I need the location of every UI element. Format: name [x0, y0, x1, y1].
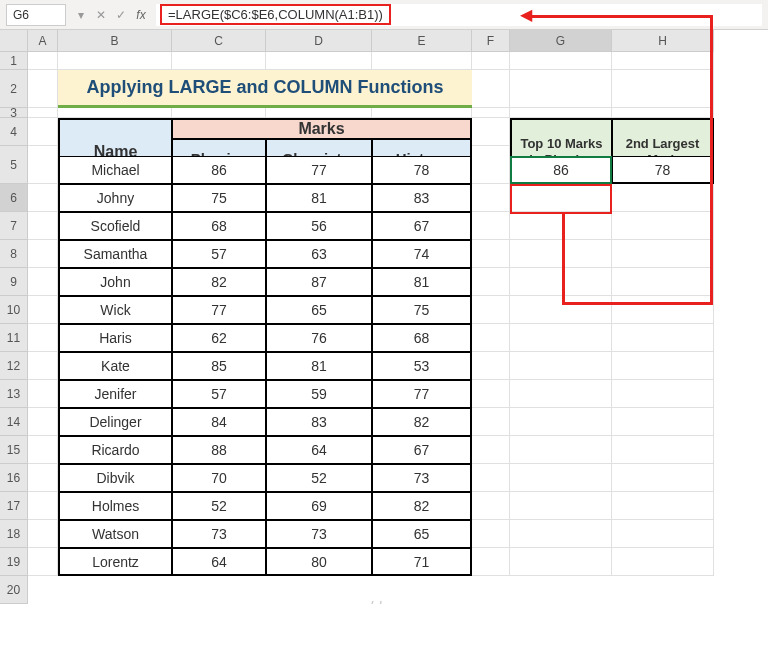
- cell[interactable]: [58, 108, 172, 118]
- cell[interactable]: [510, 212, 612, 240]
- mark-chemistry[interactable]: 81: [266, 352, 372, 380]
- cell[interactable]: [28, 548, 58, 576]
- cell[interactable]: [472, 464, 510, 492]
- cell[interactable]: [172, 108, 266, 118]
- cell[interactable]: [510, 52, 612, 70]
- col-G[interactable]: G: [510, 30, 612, 52]
- mark-history[interactable]: 78: [372, 156, 472, 184]
- cell[interactable]: [266, 52, 372, 70]
- cell[interactable]: [510, 380, 612, 408]
- cell[interactable]: [58, 52, 172, 70]
- student-name[interactable]: Lorentz: [58, 548, 172, 576]
- row-13[interactable]: 13: [0, 380, 28, 408]
- cell[interactable]: [472, 184, 510, 212]
- mark-physics[interactable]: 75: [172, 184, 266, 212]
- cell[interactable]: [372, 52, 472, 70]
- mark-chemistry[interactable]: 52: [266, 464, 372, 492]
- col-E[interactable]: E: [372, 30, 472, 52]
- cell[interactable]: [472, 352, 510, 380]
- student-name[interactable]: Johny: [58, 184, 172, 212]
- cell[interactable]: [472, 324, 510, 352]
- mark-history[interactable]: 83: [372, 184, 472, 212]
- cell[interactable]: [28, 324, 58, 352]
- cell[interactable]: [28, 408, 58, 436]
- cell[interactable]: [612, 352, 714, 380]
- cell[interactable]: [510, 548, 612, 576]
- cell[interactable]: [172, 52, 266, 70]
- col-B[interactable]: B: [58, 30, 172, 52]
- mark-physics[interactable]: 64: [172, 548, 266, 576]
- cell[interactable]: [28, 520, 58, 548]
- cell[interactable]: [472, 52, 510, 70]
- mark-history[interactable]: 53: [372, 352, 472, 380]
- mark-physics[interactable]: 85: [172, 352, 266, 380]
- cancel-icon[interactable]: ✕: [94, 8, 108, 22]
- student-name[interactable]: Michael: [58, 156, 172, 184]
- cell[interactable]: [472, 492, 510, 520]
- mark-physics[interactable]: 73: [172, 520, 266, 548]
- mark-history[interactable]: 74: [372, 240, 472, 268]
- cell[interactable]: [612, 324, 714, 352]
- cell[interactable]: [472, 108, 510, 118]
- cell[interactable]: [28, 108, 58, 118]
- name-box[interactable]: G6: [6, 4, 66, 26]
- result-cell[interactable]: 78: [612, 156, 714, 184]
- marks-header-span[interactable]: Marks: [172, 118, 472, 139]
- cell[interactable]: [28, 464, 58, 492]
- cell[interactable]: [510, 268, 612, 296]
- cell[interactable]: [472, 408, 510, 436]
- mark-chemistry[interactable]: 77: [266, 156, 372, 184]
- mark-physics[interactable]: 52: [172, 492, 266, 520]
- enter-icon[interactable]: ✓: [114, 8, 128, 22]
- row-8[interactable]: 8: [0, 240, 28, 268]
- mark-history[interactable]: 77: [372, 380, 472, 408]
- row-14[interactable]: 14: [0, 408, 28, 436]
- mark-history[interactable]: 67: [372, 212, 472, 240]
- cell[interactable]: [28, 184, 58, 212]
- cell[interactable]: [612, 70, 714, 108]
- cell[interactable]: [612, 464, 714, 492]
- cell[interactable]: [472, 436, 510, 464]
- cell[interactable]: [472, 212, 510, 240]
- mark-chemistry[interactable]: 64: [266, 436, 372, 464]
- mark-chemistry[interactable]: 87: [266, 268, 372, 296]
- mark-physics[interactable]: 57: [172, 380, 266, 408]
- student-name[interactable]: Holmes: [58, 492, 172, 520]
- cell[interactable]: [472, 296, 510, 324]
- mark-physics[interactable]: 86: [172, 156, 266, 184]
- student-name[interactable]: Jenifer: [58, 380, 172, 408]
- mark-physics[interactable]: 57: [172, 240, 266, 268]
- student-name[interactable]: Ricardo: [58, 436, 172, 464]
- row-9[interactable]: 9: [0, 268, 28, 296]
- cell[interactable]: [28, 436, 58, 464]
- cell[interactable]: [372, 108, 472, 118]
- cell[interactable]: [612, 184, 714, 212]
- cell[interactable]: [510, 436, 612, 464]
- cell[interactable]: [510, 352, 612, 380]
- col-D[interactable]: D: [266, 30, 372, 52]
- cell[interactable]: [612, 52, 714, 70]
- mark-history[interactable]: 68: [372, 324, 472, 352]
- student-name[interactable]: Delinger: [58, 408, 172, 436]
- mark-chemistry[interactable]: 76: [266, 324, 372, 352]
- cell[interactable]: [510, 492, 612, 520]
- row-16[interactable]: 16: [0, 464, 28, 492]
- dropdown-icon[interactable]: ▾: [74, 8, 88, 22]
- row-17[interactable]: 17: [0, 492, 28, 520]
- cell[interactable]: [612, 520, 714, 548]
- cell[interactable]: [28, 352, 58, 380]
- col-C[interactable]: C: [172, 30, 266, 52]
- cell[interactable]: [612, 380, 714, 408]
- mark-chemistry[interactable]: 63: [266, 240, 372, 268]
- student-name[interactable]: Dibvik: [58, 464, 172, 492]
- row-18[interactable]: 18: [0, 520, 28, 548]
- mark-physics[interactable]: 82: [172, 268, 266, 296]
- cell[interactable]: [472, 156, 510, 184]
- cell[interactable]: [28, 70, 58, 108]
- cell[interactable]: [510, 324, 612, 352]
- student-name[interactable]: Watson: [58, 520, 172, 548]
- mark-chemistry[interactable]: 69: [266, 492, 372, 520]
- cell[interactable]: [510, 520, 612, 548]
- cell[interactable]: [510, 70, 612, 108]
- cell[interactable]: [28, 380, 58, 408]
